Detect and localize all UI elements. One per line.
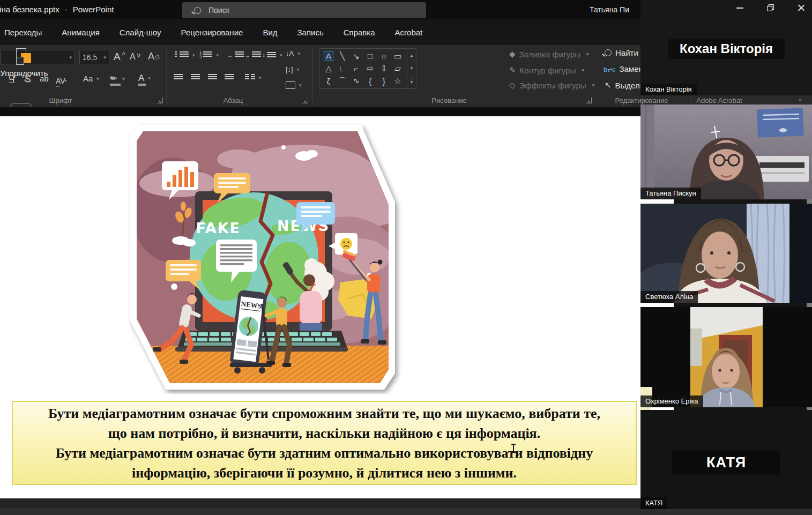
callout-shape-icon[interactable]: ▱ — [394, 64, 401, 73]
screen: йна безпека.pptx-PowerPoint Татьяна Пи П… — [0, 0, 812, 515]
right-arrow-shape-icon[interactable]: ⇨ — [367, 64, 374, 73]
acrobat-group-label: Adobe Acrobat — [696, 96, 742, 105]
scribble-shape-icon[interactable]: ζ — [327, 77, 331, 86]
document-name: йна безпека.pptx — [0, 5, 59, 14]
find-label: Найти — [615, 48, 638, 57]
search-box[interactable] — [182, 2, 426, 18]
convert-smartart-button[interactable]: ▾ — [286, 81, 302, 89]
participant-big-name: КАТЯ — [640, 451, 812, 475]
paragraph-dialog-launcher[interactable] — [302, 98, 308, 103]
justify-button[interactable] — [225, 74, 234, 81]
minimize-icon[interactable] — [736, 4, 743, 11]
window-title: йна безпека.pptx-PowerPoint — [0, 5, 114, 14]
tab-view[interactable]: Вид — [263, 28, 277, 37]
participant-name-tag: Татьяна Пискун — [640, 188, 701, 199]
drawing-dialog-launcher[interactable] — [586, 98, 592, 103]
shape-outline-icon: ✎ — [509, 65, 516, 75]
change-case-button[interactable]: Aa▾ — [83, 74, 99, 83]
account-name[interactable]: Татьяна Пи — [590, 5, 629, 14]
drawing-group-label: Рисование — [431, 96, 466, 105]
shapes-gallery-scroll[interactable]: ▴ ▾ ▾ — [407, 48, 416, 89]
window-controls — [736, 4, 804, 11]
shape-fill-label: Заливка фигуры — [519, 50, 581, 59]
group-divider — [312, 47, 313, 105]
illustration-content: FAKE NEWS — [127, 122, 528, 394]
tab-transitions[interactable]: Переходы — [4, 28, 42, 37]
note-line-2: що нам потрібно, й визначити, наскільки … — [108, 423, 540, 443]
wall-panel — [755, 156, 809, 182]
shrink-font-button[interactable]: Av — [130, 52, 140, 62]
grow-font-button[interactable]: A^ — [114, 51, 125, 63]
tab-slideshow[interactable]: Слайд-шоу — [120, 28, 161, 37]
highlight-color-button[interactable]: ✎▾ — [110, 73, 125, 84]
slide-note-box[interactable]: Бути медіаграмотним означає бути спромож… — [12, 401, 637, 485]
video-tile-svetiukha[interactable]: Светюха Аліна — [640, 204, 812, 303]
video-feed — [640, 204, 812, 303]
line-shape-icon[interactable]: ╲ — [340, 51, 345, 61]
find-button[interactable]: Найти — [605, 48, 638, 57]
font-size-combo[interactable]: 16,5▾ — [79, 50, 109, 64]
columns-button[interactable]: ▾ — [245, 74, 262, 81]
restore-icon[interactable] — [767, 4, 774, 11]
decrease-indent-button[interactable]: ← — [227, 51, 244, 58]
text-direction-button[interactable]: ↓A▾ — [286, 49, 300, 57]
video-tile-okhrimenko[interactable]: Охріменко Еріка — [640, 307, 812, 407]
bullets-button[interactable]: ▾ — [175, 51, 195, 58]
curve-shape-icon[interactable]: ∿ — [353, 76, 360, 86]
triangle-shape-icon[interactable]: △ — [325, 64, 332, 73]
shape-fill-button[interactable]: ◆ Заливка фигуры▾ — [509, 49, 589, 59]
tab-record[interactable]: Запись — [297, 28, 324, 37]
strikethrough-button[interactable]: ab — [40, 74, 49, 83]
character-spacing-button[interactable]: AV↔▾ — [56, 73, 66, 88]
align-right-button[interactable] — [208, 74, 217, 81]
text-shadow-button[interactable]: S — [25, 74, 31, 85]
rounded-rect-shape-icon[interactable]: ▭ — [394, 51, 401, 61]
left-brace-shape-icon[interactable]: { — [369, 77, 371, 86]
shape-effects-label: Эффекты фигуры — [519, 81, 586, 90]
oval-shape-icon[interactable]: ○ — [382, 51, 386, 61]
wall-poster — [757, 108, 804, 137]
clear-formatting-button[interactable]: A◇ — [148, 51, 160, 62]
arc-shape-icon[interactable]: ⌒ — [338, 76, 346, 86]
align-left-button[interactable] — [174, 74, 183, 81]
close-icon[interactable] — [798, 4, 804, 11]
tab-help[interactable]: Справка — [344, 28, 375, 37]
font-color-button[interactable]: A▾ — [138, 73, 151, 84]
search-input[interactable] — [207, 5, 403, 15]
numbering-button[interactable]: 123▾ — [199, 51, 219, 58]
align-center-button[interactable] — [191, 74, 200, 81]
video-tile-kohan[interactable]: Кохан Вікторія Кохан Вікторія — [640, 0, 812, 95]
line-spacing-button[interactable]: ↕▾ — [262, 51, 282, 59]
video-tile-piskun[interactable]: Татьяна Пискун — [640, 105, 812, 199]
shapes-gallery[interactable]: A ╲ ↘ □ ○ ▭ △ ∟ ⌐ ⇨ ⇩ ▱ ζ ⌒ ∿ { } ☆ — [319, 48, 407, 89]
right-brace-shape-icon[interactable]: } — [383, 77, 385, 86]
shape-outline-button[interactable]: ✎ Контур фигуры▾ — [509, 65, 584, 75]
video-feed — [640, 307, 812, 407]
participant-name-tag: Охріменко Еріка — [640, 395, 703, 407]
elbow-shape-icon[interactable]: ∟ — [338, 64, 346, 73]
connector-shape-icon[interactable]: ⌐ — [354, 64, 359, 73]
replace-icon: b⇄c — [604, 64, 615, 73]
select-icon: ↖ — [605, 80, 612, 90]
align-text-button[interactable]: [↕]▾ — [286, 65, 299, 73]
rectangle-shape-icon[interactable]: □ — [368, 51, 373, 61]
tile-separator — [640, 199, 812, 204]
note-line-1: Бути медіаграмотним означає бути спромож… — [48, 404, 600, 423]
increase-indent-button[interactable]: → — [244, 51, 261, 58]
scroll-down-icon[interactable]: ▾ — [411, 65, 413, 71]
down-arrow-shape-icon[interactable]: ⇩ — [381, 64, 388, 73]
video-tile-katya[interactable]: КАТЯ КАТЯ — [640, 410, 812, 509]
arrow-shape-icon[interactable]: ↘ — [353, 51, 360, 61]
shape-effects-button[interactable]: ◇ Эффекты фигуры▾ — [509, 80, 594, 90]
font-dialog-launcher[interactable] — [157, 98, 163, 103]
font-name-combo[interactable]: ▾ — [0, 50, 75, 64]
underline-button[interactable]: Ч — [9, 74, 14, 85]
star-shape-icon[interactable]: ☆ — [394, 76, 401, 86]
scroll-up-icon[interactable]: ▴ — [411, 53, 413, 58]
shapes-more-icon[interactable]: ▾ — [411, 79, 413, 85]
collapse-ribbon-icon[interactable]: ^ — [799, 98, 802, 105]
textbox-shape-icon[interactable]: A — [324, 51, 333, 61]
tab-acrobat[interactable]: Acrobat — [395, 28, 423, 37]
tab-review[interactable]: Рецензирование — [181, 28, 243, 37]
tab-animations[interactable]: Анимация — [62, 28, 99, 37]
